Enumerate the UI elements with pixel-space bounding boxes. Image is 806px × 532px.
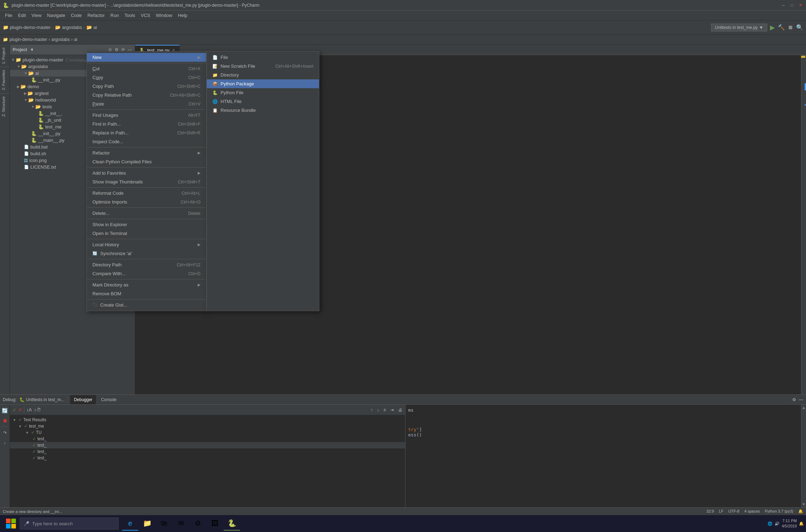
- start-button[interactable]: [2, 516, 20, 531]
- test-result-2[interactable]: ✓ test_: [10, 442, 405, 448]
- taskbar-network-icon[interactable]: 🌐: [768, 521, 772, 526]
- menu-help[interactable]: Help: [175, 11, 190, 19]
- ctx-find-in-path[interactable]: Find in Path... Ctrl+Shift+F: [87, 120, 206, 128]
- ctx-clean-compiled[interactable]: Clean Python Compiled Files: [87, 157, 206, 166]
- sub-python-file[interactable]: 🐍 Python File: [207, 88, 319, 97]
- taskbar-settings[interactable]: ⚙: [190, 516, 206, 531]
- ctx-show-explorer[interactable]: Show in Explorer: [87, 220, 206, 229]
- taskbar-search[interactable]: 🎤 Type here to search: [20, 518, 119, 530]
- status-position[interactable]: 32:9: [706, 509, 714, 514]
- menu-window[interactable]: Window: [153, 11, 175, 19]
- sort-dur-icon[interactable]: ↕⏱: [34, 407, 41, 412]
- ctx-refactor[interactable]: Refactor ▶: [87, 149, 206, 157]
- menu-file[interactable]: File: [2, 11, 15, 19]
- sub-html-file[interactable]: 🌐 HTML File: [207, 97, 319, 106]
- status-python[interactable]: Python 3.7 (py3): [765, 509, 793, 514]
- sort-alpha-icon[interactable]: ↕A: [26, 407, 32, 412]
- debug-step-over[interactable]: ↷: [1, 429, 9, 437]
- menu-refactor[interactable]: Refactor: [85, 11, 108, 19]
- ctx-copy-rel-path[interactable]: Copy Relative Path Ctrl+Alt+Shift+C: [87, 91, 206, 99]
- tab-structure[interactable]: Z: Structure: [0, 93, 10, 119]
- sub-directory[interactable]: 📁 Directory: [207, 71, 319, 79]
- tab-debugger[interactable]: Debugger: [70, 395, 96, 404]
- ctx-reformat[interactable]: Reformat Code Ctrl+Alt+L: [87, 189, 206, 198]
- ctx-copy-path[interactable]: Copy Path Ctrl+Shift+C: [87, 82, 206, 91]
- taskbar-photos[interactable]: 🖼: [207, 516, 223, 531]
- taskbar-explorer[interactable]: 📁: [139, 516, 155, 531]
- ctx-open-terminal[interactable]: Open in Terminal: [87, 229, 206, 238]
- menu-view[interactable]: View: [29, 11, 44, 19]
- test-result-tu[interactable]: ▼ ✓ TU: [10, 429, 405, 436]
- ctx-add-favorites[interactable]: Add to Favorites ▶: [87, 169, 206, 177]
- indent-icon[interactable]: ⇥: [390, 407, 394, 412]
- test-result-4[interactable]: ✓ test_: [10, 455, 405, 461]
- taskbar-notification-icon[interactable]: 🔔: [799, 521, 804, 526]
- test-result-test-me[interactable]: ▼ ✓ test_me: [10, 423, 405, 429]
- menu-code[interactable]: Code: [68, 11, 85, 19]
- ctx-delete[interactable]: Delete... Delete: [87, 209, 206, 218]
- sub-resource-bundle[interactable]: 📋 Resource Bundle: [207, 106, 319, 115]
- status-notifications[interactable]: 🔔: [798, 509, 803, 514]
- breadcrumb-root[interactable]: plugin-demo-master: [10, 25, 51, 30]
- test-result-1[interactable]: ✓ test_: [10, 436, 405, 442]
- taskbar-sound-icon[interactable]: 🔊: [775, 521, 780, 526]
- tab-favorites[interactable]: 2: Favorites: [0, 67, 10, 93]
- scrollbar-right[interactable]: ▲ ▼: [801, 405, 806, 507]
- ctx-paste[interactable]: Paste Ctrl+V: [87, 99, 206, 108]
- tab-console[interactable]: Console: [97, 395, 120, 404]
- ctx-replace-in-path[interactable]: Replace in Path... Ctrl+Shift+R: [87, 128, 206, 137]
- scroll-down-arrow[interactable]: ▼: [802, 502, 805, 507]
- search-button[interactable]: 🔍: [796, 24, 803, 31]
- tab-project[interactable]: 1: Project: [0, 44, 10, 67]
- print-icon[interactable]: 🖨: [398, 407, 402, 412]
- breadcrumb-mid[interactable]: argoslabs: [62, 25, 82, 30]
- ctx-create-gist[interactable]: ⚫ Create Gist...: [87, 301, 206, 309]
- build-button[interactable]: 🔨: [778, 24, 785, 31]
- sub-python-package[interactable]: 📦 Python Package: [207, 79, 319, 88]
- ctx-mark-dir[interactable]: Mark Directory as ▶: [87, 280, 206, 289]
- ctx-synchronize[interactable]: 🔄 Synchronize 'ai': [87, 249, 206, 258]
- debug-stop-icon[interactable]: ⏹: [1, 417, 9, 424]
- ctx-copy[interactable]: Copy Ctrl+C: [87, 73, 206, 82]
- debug-step-into[interactable]: ↓: [1, 439, 9, 447]
- ctx-show-thumbnails[interactable]: Show Image Thumbnails Ctrl+Shift+T: [87, 177, 206, 186]
- scroll-up-arrow[interactable]: ▲: [802, 405, 805, 410]
- ctx-local-history[interactable]: Local History ▶: [87, 240, 206, 249]
- ctx-dir-path[interactable]: Directory Path Ctrl+Alt+F12: [87, 260, 206, 269]
- ctx-remove-bom[interactable]: Remove BOM: [87, 289, 206, 298]
- taskbar-clock[interactable]: 7:11 PM 4/5/2019: [782, 518, 797, 529]
- menu-vcs[interactable]: VCS: [138, 11, 153, 19]
- menu-navigate[interactable]: Navigate: [44, 11, 68, 19]
- bottom-minimize-icon[interactable]: —: [799, 397, 803, 402]
- menu-edit[interactable]: Edit: [15, 11, 29, 19]
- menu-run[interactable]: Run: [108, 11, 122, 19]
- console-output[interactable]: ms try'] ess() ▲ ▼: [405, 405, 806, 507]
- status-lf[interactable]: LF: [719, 509, 723, 514]
- ctx-new[interactable]: New ▶: [87, 53, 206, 62]
- breadcrumb-end[interactable]: ai: [94, 25, 97, 30]
- sub-scratch-file[interactable]: 📝 New Scratch File Ctrl+Alt+Shift+Insert: [207, 62, 319, 71]
- taskbar-mail[interactable]: ✉: [173, 516, 189, 531]
- ctx-cut[interactable]: Cut Ctrl+X: [87, 64, 206, 73]
- ctx-find-usages[interactable]: Find Usages Alt+F7: [87, 111, 206, 120]
- scroll-down-icon[interactable]: ↓: [377, 407, 379, 412]
- ctx-optimize-imports[interactable]: Optimize Imports Ctrl+Alt+O: [87, 198, 206, 206]
- stop-button[interactable]: ⏹: [788, 24, 793, 31]
- taskbar-ie[interactable]: e: [122, 516, 138, 531]
- test-result-root[interactable]: ▼ ✓ Test Results: [10, 417, 405, 423]
- sub-file[interactable]: 📄 File: [207, 53, 319, 62]
- run-config-button[interactable]: Unittests in test_me.py ▼: [711, 24, 767, 31]
- project-dropdown-icon[interactable]: ▼: [30, 47, 34, 52]
- taskbar-pycharm[interactable]: 🐍: [224, 516, 240, 531]
- close-button[interactable]: ✕: [798, 2, 803, 8]
- run-button[interactable]: ▶: [770, 24, 775, 31]
- status-encoding[interactable]: UTF-8: [728, 509, 739, 514]
- debug-rerun-icon[interactable]: 🔄: [1, 407, 9, 415]
- ctx-inspect-code[interactable]: Inspect Code...: [87, 137, 206, 146]
- scroll-up-icon[interactable]: ↑: [371, 407, 373, 412]
- scroll-align-icon[interactable]: ≡: [383, 407, 386, 412]
- taskbar-store[interactable]: 🛍: [156, 516, 172, 531]
- ctx-compare[interactable]: Compare With... Ctrl+D: [87, 269, 206, 278]
- menu-tools[interactable]: Tools: [122, 11, 138, 19]
- bottom-settings-icon[interactable]: ⚙: [792, 397, 796, 402]
